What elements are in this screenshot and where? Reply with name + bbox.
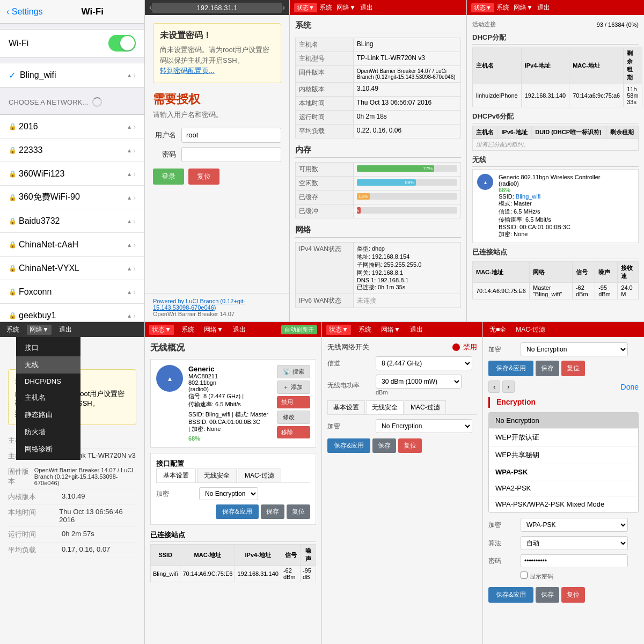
list-item[interactable]: 🔒 22333 ▴ › (0, 138, 144, 162)
wifi-signal-icon: ▴ (128, 147, 131, 154)
disable-button[interactable]: 禁用 (277, 396, 310, 408)
save-apply-btn-g[interactable]: 保存&应用 (327, 438, 370, 453)
wireless-disable-btn[interactable]: 禁用 (452, 342, 477, 352)
add-button[interactable]: ＋ 添加 (277, 380, 310, 394)
enc-option-none[interactable]: No Encryption (489, 413, 638, 429)
remove-button[interactable]: 移除 (277, 426, 310, 438)
chevron-icon: › (133, 288, 136, 296)
menu-wireless[interactable]: 无线 (16, 356, 80, 374)
system-menu-g[interactable]: 系统 (356, 325, 374, 334)
menu-hostname[interactable]: 主机名 (16, 389, 80, 406)
tab-basic[interactable]: 基本设置 (156, 469, 196, 482)
menu-static-routes[interactable]: 静态路由 (16, 406, 80, 423)
enc-option-wpa2-psk[interactable]: WPA2-PSK (489, 480, 638, 496)
enc-option-wep-open[interactable]: WEP开放认证 (489, 429, 638, 447)
enc-option-wpa-psk[interactable]: WPA-PSK (489, 464, 638, 480)
all-toggle-h[interactable]: 无■全 (487, 325, 508, 334)
logout-menu[interactable]: 退出 (358, 3, 375, 12)
list-item[interactable]: 🔒 2016 ▴ › (0, 115, 144, 138)
list-item[interactable]: 🔒 geekbuy1 ▴ › (0, 304, 144, 322)
auto-refresh-btn[interactable]: 自动刷新开 (281, 325, 317, 334)
menu-network-diag[interactable]: 网络诊断 (16, 441, 80, 458)
logout-menu-g[interactable]: 退出 (408, 325, 425, 334)
url-bar[interactable]: 192.168.31.1 (152, 3, 282, 13)
encryption-label: 加密 (156, 489, 199, 499)
save-apply-button[interactable]: 保存&应用 (216, 504, 259, 519)
modify-button[interactable]: 修改 (277, 411, 310, 424)
save-button-f[interactable]: 保存 (261, 504, 284, 519)
system-menu-f[interactable]: 系统 (179, 325, 196, 334)
encryption-row-g: 加密 No Encryption (327, 419, 477, 433)
status-menu-f[interactable]: 状态▼ (149, 325, 174, 335)
save-btn-h[interactable]: 保存 (536, 361, 559, 376)
algo-select[interactable]: 自动 (521, 536, 628, 550)
status-menu[interactable]: 状态▼ (294, 3, 317, 12)
list-item[interactable]: 🔒 360免费WiFi-90 ▴ › (0, 186, 144, 209)
menu-dhcp-dns[interactable]: DHCP/DNS (16, 374, 80, 389)
list-item[interactable]: 🔒 Baidu3732 ▴ › (0, 209, 144, 233)
encryption-select-g[interactable]: No Encryption (376, 419, 472, 433)
save-apply-btn-h[interactable]: 保存&应用 (488, 361, 533, 376)
status-menu-d[interactable]: 状态▼ (471, 3, 494, 12)
encryption-select-h[interactable]: No Encryption (521, 342, 628, 356)
search-button[interactable]: 📡 搜索 (277, 365, 310, 378)
menu-firewall[interactable]: 防火墙 (16, 423, 80, 441)
nav-forward-btn[interactable]: › (502, 380, 514, 393)
show-password-checkbox[interactable] (521, 572, 528, 579)
network-menu-f[interactable]: 网络▼ (202, 325, 225, 334)
username-input[interactable] (181, 128, 281, 143)
wifi-toggle[interactable] (108, 35, 136, 52)
tab-mac-filter[interactable]: MAC-过滤 (238, 469, 281, 482)
tab-basic-g[interactable]: 基本设置 (327, 400, 365, 414)
algo-row: 算法 自动 (488, 536, 639, 550)
system-menu[interactable]: 系统 (317, 3, 334, 12)
list-item[interactable]: 🔒 360WiFi123 ▴ › (0, 162, 144, 186)
show-password-label: 显示密码 (530, 573, 553, 580)
password-input-h[interactable] (521, 554, 628, 567)
list-item[interactable]: 🔒 ChinaNet-cAaH ▴ › (0, 233, 144, 257)
reset-btn-h[interactable]: 复位 (561, 361, 585, 376)
system-menu-e[interactable]: 系统 (4, 325, 21, 334)
active-connections-value: 93 / 16384 (0%) (597, 21, 639, 28)
list-item[interactable]: 🔒 ChinaNet-VYXL ▴ › (0, 257, 144, 280)
network-menu-e[interactable]: 网络▼ (27, 325, 52, 335)
back-button[interactable]: ‹ Settings (6, 7, 43, 17)
reset-button[interactable]: 复位 (188, 169, 219, 185)
channel-select[interactable]: 8 (2.447 GHz) (376, 356, 472, 370)
done-button[interactable]: Done (621, 383, 639, 391)
menu-interfaces[interactable]: 接口 (16, 339, 80, 356)
tab-mac-filter-g[interactable]: MAC-过滤 (405, 400, 446, 414)
password-input[interactable] (181, 147, 281, 162)
logout-menu-d[interactable]: 退出 (535, 3, 552, 12)
warning-link[interactable]: 转到密码配置页... (160, 67, 215, 75)
power-select[interactable]: 30 dBm (1000 mW) (376, 375, 462, 389)
network-menu-g[interactable]: 网络▼ (379, 325, 402, 334)
encryption-select[interactable]: No Encryption (199, 487, 258, 500)
footer-link[interactable]: Powered by LuCI Branch (0.12+git-15.143.… (153, 298, 245, 311)
logout-menu-f[interactable]: 退出 (231, 325, 248, 334)
enc-save-apply-btn[interactable]: 保存&应用 (488, 587, 533, 603)
browser-forward-icon[interactable]: › (282, 3, 285, 12)
tab-wireless-security[interactable]: 无线安全 (197, 469, 237, 482)
network-menu[interactable]: 网络▼ (334, 3, 358, 12)
enc-type-select[interactable]: WPA-PSK (521, 518, 628, 532)
logout-menu-e[interactable]: 退出 (57, 325, 74, 334)
system-menu-d[interactable]: 系统 (494, 3, 511, 12)
tab-wireless-security-g[interactable]: 无线安全 (366, 400, 404, 414)
nav-back-btn[interactable]: ‹ (488, 380, 500, 393)
network-menu-d[interactable]: 网络▼ (511, 3, 535, 12)
dbm-label: dBm (376, 389, 388, 396)
list-item[interactable]: 🔒 Foxconn ▴ › (0, 280, 144, 304)
reset-button-f[interactable]: 复位 (287, 504, 310, 519)
login-button[interactable]: 登录 (153, 169, 184, 185)
enc-option-wep-shared[interactable]: WEP共享秘钥 (489, 447, 638, 464)
mac-filter-h[interactable]: MAC-过滤 (514, 325, 547, 334)
connected-network-row[interactable]: ✓ Bling_wifi ▴ › (0, 63, 144, 87)
wifi-connected-icon: ▴ (128, 71, 131, 79)
reset-btn-g[interactable]: 复位 (398, 438, 422, 453)
enc-save-btn[interactable]: 保存 (536, 587, 559, 603)
status-menu-g[interactable]: 状态▼ (326, 325, 351, 335)
save-btn-g[interactable]: 保存 (372, 438, 396, 453)
enc-option-mixed[interactable]: WPA-PSK/WPA2-PSK Mixed Mode (489, 496, 638, 512)
enc-reset-btn[interactable]: 复位 (561, 587, 585, 603)
